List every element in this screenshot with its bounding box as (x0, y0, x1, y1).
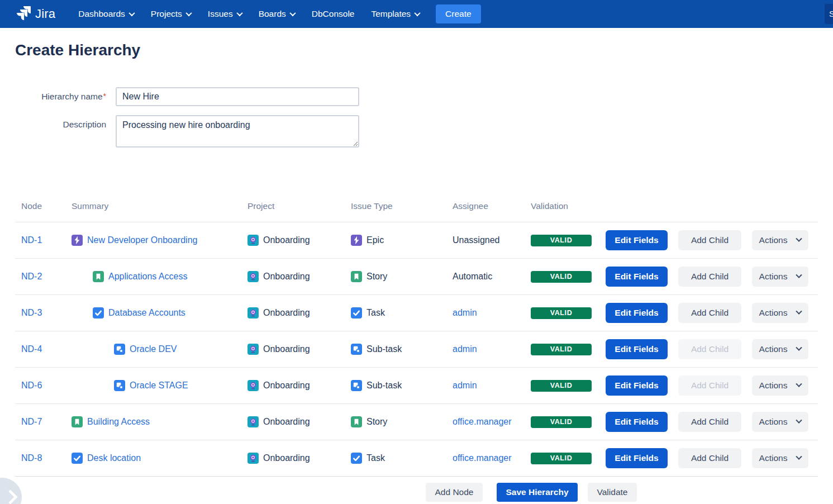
story-icon (93, 271, 104, 282)
validation-badge: VALID (531, 453, 592, 464)
nav-item-dbconsole[interactable]: DbConsole (303, 0, 363, 28)
hierarchy-name-row: Hierarchy name* (0, 87, 359, 106)
assignee[interactable]: office.manager (453, 417, 512, 427)
subtask-icon (114, 344, 125, 355)
validation-badge: VALID (531, 380, 592, 392)
issue-type-label: Story (366, 272, 387, 282)
node-id-link[interactable]: ND-4 (21, 344, 42, 354)
nav-item-dashboards[interactable]: Dashboards (70, 0, 142, 28)
edit-fields-button[interactable]: Edit Fields (606, 375, 668, 396)
story-icon (351, 271, 362, 282)
table-row: ND-7 Building Access Onboarding (15, 403, 818, 440)
summary-link[interactable]: Applications Access (108, 272, 187, 282)
description-textarea[interactable]: Processing new hire onboarding (116, 115, 359, 148)
issue-type-label: Sub-task (366, 344, 402, 354)
assignee[interactable]: admin (453, 381, 477, 391)
top-nav: Jira Dashboards Projects Issues Boards D… (0, 0, 833, 28)
task-icon (351, 307, 362, 318)
column-header-node: Node (15, 201, 65, 211)
nav-menu: Dashboards Projects Issues Boards DbCons… (70, 0, 428, 28)
save-hierarchy-button[interactable]: Save Hierarchy (497, 483, 578, 502)
actions-button[interactable]: Actions (752, 230, 808, 250)
project-avatar-icon (247, 271, 259, 282)
actions-button[interactable]: Actions (752, 303, 808, 323)
actions-button[interactable]: Actions (752, 448, 808, 468)
jira-logo-icon (17, 6, 31, 22)
table-row: ND-3 Database Accounts Onboarding (15, 294, 818, 331)
footer-actions: Add Node Save Hierarchy Validate (426, 483, 637, 502)
project-name: Onboarding (263, 308, 310, 318)
project-avatar-icon (247, 235, 259, 246)
add-child-button[interactable]: Add Child (678, 230, 741, 250)
node-id-link[interactable]: ND-8 (21, 453, 42, 463)
chevron-down-icon (796, 272, 802, 278)
validate-button[interactable]: Validate (588, 483, 637, 502)
add-child-button[interactable]: Add Child (678, 375, 741, 396)
nav-item-templates[interactable]: Templates (363, 0, 428, 28)
jira-logo[interactable]: Jira (17, 6, 55, 22)
project-avatar-icon (247, 380, 259, 391)
table-rows: ND-1 New Developer Onboarding Onboarding (15, 222, 818, 476)
sidebar-expand-button[interactable] (0, 478, 22, 504)
task-icon (72, 453, 83, 464)
assignee[interactable]: office.manager (453, 453, 512, 463)
hierarchy-table: Node Summary Project Issue Type Assignee… (15, 191, 818, 477)
project-name: Onboarding (263, 381, 310, 391)
add-child-button[interactable]: Add Child (678, 448, 741, 468)
add-node-button[interactable]: Add Node (426, 483, 483, 502)
task-icon (351, 453, 362, 464)
project-avatar-icon (247, 344, 259, 355)
hierarchy-name-input[interactable] (116, 87, 359, 106)
add-child-button[interactable]: Add Child (678, 267, 741, 287)
project-avatar-icon (247, 307, 259, 318)
issue-type-label: Task (366, 308, 385, 318)
validation-badge: VALID (531, 271, 592, 283)
assignee[interactable]: admin (453, 344, 477, 354)
summary-link[interactable]: Desk location (87, 453, 141, 463)
edit-fields-button[interactable]: Edit Fields (606, 339, 668, 359)
add-child-button[interactable]: Add Child (678, 412, 741, 432)
actions-button[interactable]: Actions (752, 267, 808, 287)
add-child-button[interactable]: Add Child (678, 303, 741, 323)
description-row: Description Processing new hire onboardi… (0, 115, 359, 148)
edit-fields-button[interactable]: Edit Fields (606, 412, 668, 432)
create-button[interactable]: Create (436, 4, 481, 23)
edit-fields-button[interactable]: Edit Fields (606, 303, 668, 323)
issue-type-label: Sub-task (366, 381, 402, 391)
summary-link[interactable]: New Developer Onboarding (87, 235, 197, 245)
brand-name: Jira (35, 7, 55, 21)
summary-link[interactable]: Oracle DEV (130, 344, 177, 354)
node-id-link[interactable]: ND-1 (21, 235, 42, 245)
subtask-icon (114, 380, 125, 391)
summary-link[interactable]: Database Accounts (108, 308, 185, 318)
chevron-down-icon (185, 10, 192, 16)
add-child-button[interactable]: Add Child (678, 339, 741, 359)
actions-button[interactable]: Actions (752, 412, 808, 432)
edit-fields-button[interactable]: Edit Fields (606, 448, 668, 468)
summary-link[interactable]: Oracle STAGE (130, 381, 188, 391)
project-avatar-icon (247, 453, 259, 464)
summary-link[interactable]: Building Access (87, 417, 150, 427)
edit-fields-button[interactable]: Edit Fields (606, 230, 668, 250)
chevron-down-icon (289, 10, 296, 16)
nav-item-issues[interactable]: Issues (199, 0, 250, 28)
table-header: Node Summary Project Issue Type Assignee… (15, 191, 818, 222)
column-header-issue-type: Issue Type (345, 201, 446, 211)
actions-button[interactable]: Actions (752, 375, 808, 396)
search-input[interactable]: S (825, 4, 833, 24)
nav-item-boards[interactable]: Boards (250, 0, 303, 28)
issue-type-label: Epic (366, 235, 384, 245)
project-avatar-icon (247, 416, 259, 427)
node-id-link[interactable]: ND-3 (21, 308, 42, 318)
node-id-link[interactable]: ND-6 (21, 381, 42, 391)
edit-fields-button[interactable]: Edit Fields (606, 267, 668, 287)
validation-badge: VALID (531, 344, 592, 355)
actions-button[interactable]: Actions (752, 339, 808, 359)
assignee: Automatic (453, 272, 492, 282)
nav-item-projects[interactable]: Projects (142, 0, 199, 28)
assignee[interactable]: admin (453, 308, 477, 318)
node-id-link[interactable]: ND-2 (21, 272, 42, 282)
issue-type-label: Story (366, 417, 387, 427)
node-id-link[interactable]: ND-7 (21, 417, 42, 427)
chevron-down-icon (796, 308, 802, 315)
